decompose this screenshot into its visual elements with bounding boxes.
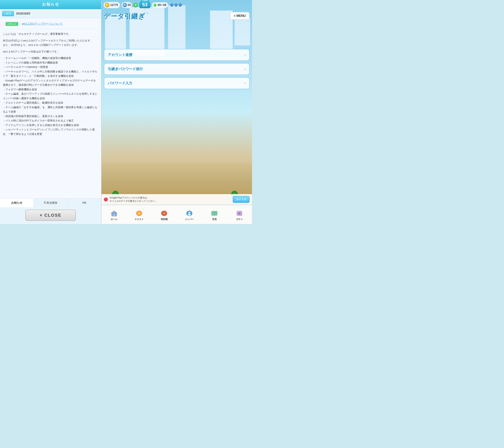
building-4 [210, 11, 233, 49]
close-button[interactable]: × CLOSE [25, 210, 76, 221]
hud-bar: 12775 55 + Level 53 － 69 / 69 [102, 0, 252, 10]
nav-bar: «戻る 2016/10/03 [0, 9, 101, 18]
gacha-icon [235, 210, 244, 217]
stamina-value: 69 / 69 [158, 3, 166, 7]
social-icon [210, 210, 219, 217]
chevron-icon-3: › [244, 81, 246, 86]
notice-para-2: 本日10月3日よりver1.2.0のアップデートがストアからご利用いただけます。… [3, 38, 98, 47]
nav-label-training: 特訓場 [161, 218, 168, 221]
dot-1 [170, 3, 173, 7]
svg-point-8 [188, 214, 191, 215]
tab-bug-report[interactable]: 不具合報告 [34, 199, 68, 207]
chevron-icon-1: › [244, 53, 246, 57]
building-3 [234, 18, 250, 46]
nav-item-quest[interactable]: ⚔ クエスト [126, 205, 152, 224]
notice-bar: ! Google Playアカウントからの復元は、タイトルのデータ引継ぎから行っ… [102, 194, 252, 205]
nav-label-social: 交流 [212, 218, 217, 221]
nav-label-member: メンバー [185, 218, 194, 221]
nav-label-gacha: ガチャ [236, 218, 243, 221]
left-panel: お知らせ «戻る 2016/10/03 お知らせ ver1.2.0のアップデート… [0, 0, 102, 224]
panel-title: お知らせ [0, 0, 101, 9]
level-number: 53 [139, 2, 150, 8]
action-cards: アカウント連携 › 引継ぎパスワード発行 › パスワード入力 › [104, 49, 250, 89]
coin-value: 12775 [110, 3, 118, 7]
hud-gem-display: 55 [122, 2, 132, 8]
notice-para-3: ver1.2.0のアップデート内容は以下の通りです。 [3, 49, 98, 54]
chevron-icon-2: › [244, 67, 246, 72]
svg-rect-13 [238, 211, 241, 212]
tab-notice[interactable]: お知らせ [0, 199, 34, 207]
notice-link[interactable]: ver1.2.0のアップデートについて [22, 22, 63, 25]
building-5 [168, 5, 185, 49]
action-card-account-link[interactable]: アカウント連携 › [104, 49, 250, 61]
dot-3 [179, 3, 182, 7]
home-icon [109, 210, 119, 217]
notice-alert-icon: ! [104, 197, 108, 201]
hud-stamina-display: 69 / 69 [152, 2, 168, 8]
action-card-label-1: アカウント連携 [108, 53, 132, 57]
training-icon: ⚡ [160, 210, 169, 217]
nav-item-home[interactable]: ホーム [102, 205, 126, 224]
nav-date: 2016/10/03 [16, 12, 30, 15]
notice-body: こんにちは「オルタナティブガールズ」運営事務局です。 本日10月3日よりver1… [0, 29, 101, 198]
close-button-area: × CLOSE [0, 207, 101, 224]
svg-point-14 [238, 213, 240, 214]
notice-tag: お知らせ [6, 22, 18, 26]
menu-button[interactable]: ≡ MENU [230, 12, 250, 20]
notice-header-row: お知らせ ver1.2.0のアップデートについて [0, 18, 101, 29]
sparkle-icon: ✦✦ [143, 11, 149, 15]
coin-icon [105, 3, 109, 7]
tab-pr[interactable]: PR [68, 199, 101, 207]
action-card-label-2: 引継ぎパスワード発行 [108, 67, 143, 72]
gem-value: 55 [128, 3, 131, 7]
gem-icon [123, 3, 127, 7]
svg-point-7 [188, 212, 190, 214]
member-icon [185, 210, 194, 217]
notice-para-4: ・チャームシールの「一括解除」機能の追加等の機能改善 ・トレーニングの複数人同時… [3, 56, 98, 136]
action-card-password-input[interactable]: パスワード入力 › [104, 77, 250, 89]
svg-rect-1 [113, 214, 115, 216]
svg-text:⚔: ⚔ [138, 212, 140, 215]
hud-coin-display: 12775 [104, 2, 120, 8]
nav-label-quest: クエスト [135, 218, 144, 221]
notice-para-1: こんにちは「オルタナティブガールズ」運営事務局です。 [3, 32, 98, 36]
action-card-label-3: パスワード入力 [108, 81, 132, 86]
bottom-tabs: お知らせ 不具合報告 PR [0, 198, 101, 207]
nav-item-member[interactable]: メンバー [177, 205, 202, 224]
add-gem-button[interactable]: + [133, 3, 138, 7]
action-card-password-issue[interactable]: 引継ぎパスワード発行 › [104, 63, 250, 75]
nav-item-training[interactable]: ⚡ 特訓場 [152, 205, 177, 224]
level-container: Level 53 － [139, 0, 150, 11]
notice-bar-text: Google Playアカウントからの復元は、タイトルのデータ引継ぎから行ってく… [109, 196, 157, 202]
page-title-area: データ引継ぎ ✦✦ [104, 12, 145, 21]
title-button[interactable]: タイトル [233, 196, 250, 203]
panel-title-text: お知らせ [42, 2, 59, 6]
stamina-icon [153, 3, 157, 7]
hud-dots [170, 3, 182, 7]
nav-item-social[interactable]: 交流 [202, 205, 227, 224]
nav-item-gacha[interactable]: ガチャ [227, 205, 252, 224]
page-title: データ引継ぎ [104, 13, 145, 20]
background-scene [102, 0, 252, 224]
svg-text:⚡: ⚡ [163, 212, 166, 215]
right-panel: 12775 55 + Level 53 － 69 / 69 データ引継ぎ ✦✦ … [102, 0, 252, 224]
nav-label-home: ホーム [111, 218, 117, 221]
level-minus: － [144, 8, 146, 11]
back-button[interactable]: «戻る [2, 11, 14, 16]
bottom-nav: ホーム ⚔ クエスト ⚡ 特訓場 [102, 205, 252, 224]
quest-icon: ⚔ [135, 210, 144, 217]
dot-2 [175, 3, 178, 7]
level-label: Level [141, 0, 149, 2]
